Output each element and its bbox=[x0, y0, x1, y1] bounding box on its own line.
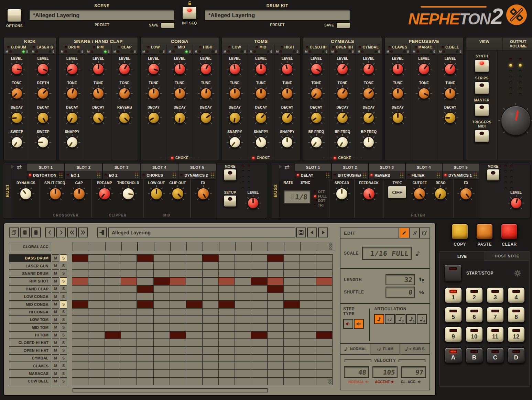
step-cell[interactable] bbox=[88, 309, 104, 315]
step-cell[interactable] bbox=[316, 293, 332, 300]
mute-button-hi-conga[interactable]: M bbox=[52, 308, 59, 316]
knob-tune[interactable] bbox=[90, 86, 106, 101]
knob-decay[interactable] bbox=[9, 110, 25, 126]
step-cell[interactable] bbox=[316, 378, 332, 385]
step-cell[interactable] bbox=[251, 378, 267, 385]
solo-button[interactable]: S bbox=[348, 50, 354, 53]
step-cell[interactable] bbox=[105, 378, 121, 385]
step-cell[interactable] bbox=[251, 278, 267, 285]
knob-sweep[interactable] bbox=[9, 134, 25, 150]
step-cell[interactable] bbox=[88, 378, 104, 385]
step-cell[interactable] bbox=[121, 255, 137, 262]
knob-level[interactable] bbox=[9, 61, 25, 77]
mute-button-maracas[interactable]: M bbox=[52, 370, 59, 377]
bus1-knob-clip-out[interactable] bbox=[170, 186, 186, 202]
bus1-knob-preamp[interactable] bbox=[96, 186, 113, 202]
mute-button[interactable]: M bbox=[305, 50, 311, 53]
step-cell[interactable] bbox=[89, 242, 105, 251]
step-cell[interactable] bbox=[121, 362, 137, 369]
step-cell[interactable] bbox=[105, 339, 121, 346]
settings-button[interactable] bbox=[514, 269, 521, 277]
step-cell[interactable] bbox=[203, 316, 218, 323]
mute-button[interactable]: M bbox=[439, 50, 445, 53]
track-label-snare-drum[interactable]: SNARE DRUM bbox=[9, 270, 51, 277]
step-cell[interactable] bbox=[251, 362, 267, 369]
knob-decay[interactable] bbox=[442, 110, 458, 126]
knob-decay[interactable] bbox=[227, 110, 243, 126]
step-cell[interactable] bbox=[219, 255, 235, 262]
knob-decay[interactable] bbox=[390, 110, 406, 126]
step-cell[interactable] bbox=[186, 347, 202, 354]
mute-button-rim-shot[interactable]: M bbox=[52, 277, 59, 285]
mute-button-low-tom[interactable]: M bbox=[52, 316, 59, 323]
shuffle-display[interactable]: 0 bbox=[386, 287, 415, 298]
knob-decay[interactable] bbox=[279, 110, 295, 126]
solo-button-hi-conga[interactable]: S bbox=[60, 308, 67, 316]
step-cell[interactable] bbox=[284, 293, 300, 300]
sync-option-off[interactable]: OFF bbox=[314, 190, 327, 194]
knob-tune[interactable] bbox=[253, 86, 269, 101]
step-cell[interactable] bbox=[137, 309, 153, 315]
bus2-knob-fx[interactable] bbox=[458, 186, 474, 202]
step-cell[interactable] bbox=[300, 324, 316, 331]
int-seq-button[interactable] bbox=[182, 7, 197, 20]
step-cell[interactable] bbox=[72, 370, 88, 377]
pad-7[interactable]: 7 bbox=[486, 307, 504, 323]
pad-5[interactable]: 5 bbox=[444, 307, 462, 323]
knob-tune[interactable] bbox=[172, 86, 188, 101]
step-cell[interactable] bbox=[235, 278, 251, 285]
step-cell[interactable] bbox=[251, 339, 267, 346]
tab-host-note[interactable]: HOST NOTE bbox=[485, 251, 530, 261]
track-label-closed-hi-hat[interactable]: CLOSED HI HAT bbox=[9, 339, 51, 346]
step-cell[interactable] bbox=[219, 316, 235, 323]
step-cell[interactable] bbox=[268, 255, 283, 262]
step-cell[interactable] bbox=[284, 378, 300, 385]
knob-decay[interactable] bbox=[146, 110, 162, 126]
step-cell[interactable] bbox=[72, 278, 88, 285]
step-cell[interactable] bbox=[170, 301, 186, 308]
knob-tune[interactable] bbox=[198, 86, 214, 101]
track-label-cymbal[interactable]: CYMBAL bbox=[9, 354, 51, 362]
step-cell[interactable] bbox=[284, 301, 300, 308]
track-label-hand-clap[interactable]: HAND CLAP bbox=[9, 285, 51, 293]
mute-button[interactable]: M bbox=[224, 50, 230, 53]
step-cell[interactable] bbox=[268, 378, 283, 385]
step-cell[interactable] bbox=[219, 324, 235, 331]
bus2-slot-fx-dynamics-1[interactable]: DYNAMICS 1 bbox=[442, 171, 479, 179]
step-cell[interactable] bbox=[137, 378, 153, 385]
step-cell[interactable] bbox=[251, 355, 267, 362]
step-cell[interactable] bbox=[316, 262, 332, 269]
step-cell[interactable] bbox=[121, 355, 137, 362]
mute-button[interactable]: M bbox=[142, 50, 149, 53]
step-cell[interactable] bbox=[235, 339, 251, 346]
knob-tone[interactable] bbox=[361, 86, 377, 101]
step-cell[interactable] bbox=[72, 378, 88, 385]
sync-option-full[interactable]: FULL bbox=[314, 195, 327, 198]
step-cell[interactable] bbox=[186, 316, 202, 323]
step-cell[interactable] bbox=[121, 347, 137, 354]
output-knob-output-volume[interactable] bbox=[499, 103, 532, 138]
step-cell[interactable] bbox=[300, 332, 316, 338]
knob-sweep[interactable] bbox=[35, 134, 51, 150]
step-cell[interactable] bbox=[137, 316, 153, 323]
bus2-knob-reso[interactable] bbox=[432, 186, 449, 202]
mute-button-open-hi-hat[interactable]: M bbox=[52, 347, 59, 354]
knob-bp-freq[interactable] bbox=[361, 134, 377, 150]
step-cell[interactable] bbox=[268, 355, 283, 362]
track-label-hi-tom[interactable]: HI TOM bbox=[9, 331, 51, 339]
step-cell[interactable] bbox=[154, 278, 170, 285]
step-cell[interactable] bbox=[186, 262, 202, 269]
articulation-flam-button[interactable] bbox=[385, 314, 395, 324]
step-cell[interactable] bbox=[203, 293, 218, 300]
step-cell[interactable] bbox=[121, 278, 137, 285]
draw-mode-button[interactable] bbox=[399, 228, 409, 238]
pad-2[interactable]: 2 bbox=[465, 287, 483, 303]
step-cell[interactable] bbox=[72, 332, 88, 338]
step-cell[interactable] bbox=[186, 309, 202, 315]
step-cell[interactable] bbox=[121, 301, 137, 308]
step-cell[interactable] bbox=[170, 339, 186, 346]
track-label-cow-bell[interactable]: COW BELL bbox=[9, 377, 51, 385]
step-cell[interactable] bbox=[203, 332, 218, 338]
speaker-loud-button[interactable] bbox=[354, 319, 364, 329]
step-cell[interactable] bbox=[170, 286, 186, 292]
